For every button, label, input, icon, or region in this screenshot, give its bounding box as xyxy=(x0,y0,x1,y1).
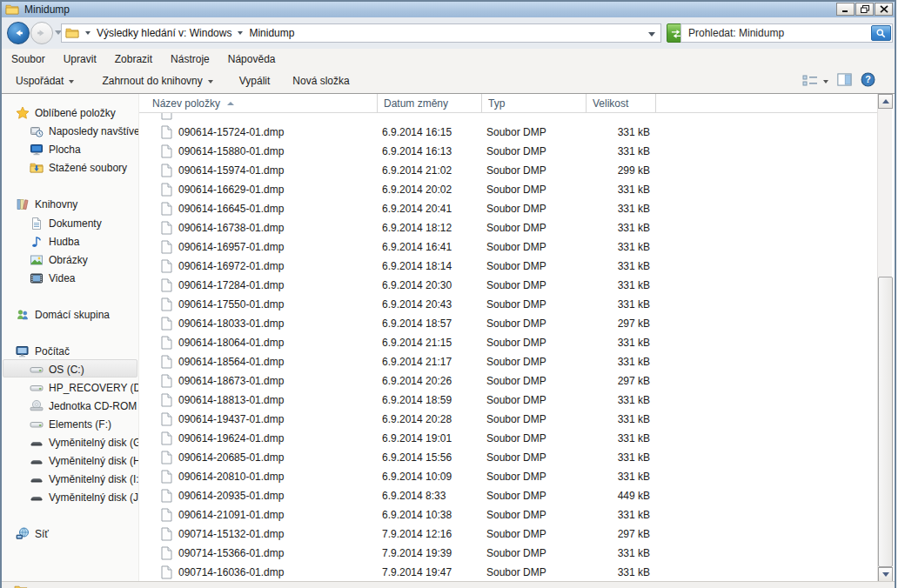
file-row[interactable]: 090614-18673-01.dmp 6.9.2014 20:26 Soubo… xyxy=(139,371,879,391)
back-button[interactable] xyxy=(7,22,30,44)
search-input[interactable]: Prohledat: Minidump xyxy=(688,27,871,39)
title-bar[interactable]: Minidump xyxy=(2,2,895,17)
search-button[interactable] xyxy=(871,25,891,41)
column-header-date[interactable]: Datum změny xyxy=(378,94,482,113)
explorer-window: Minidump Výsledky hledání v: Windows Mi xyxy=(0,0,896,588)
file-row[interactable]: 090614-20685-01.dmp 6.9.2014 15:56 Soubo… xyxy=(139,448,879,467)
toolbar-right-group: ? xyxy=(802,69,875,93)
sidebar-item-videos[interactable]: Videa xyxy=(30,270,139,287)
network-icon xyxy=(16,527,30,541)
file-row[interactable]: 090614-18813-01.dmp 6.9.2014 18:59 Soubo… xyxy=(139,391,879,410)
file-row[interactable]: 090614-16629-01.dmp 6.9.2014 20:02 Soubo… xyxy=(139,180,879,199)
scroll-up-button[interactable] xyxy=(878,94,893,109)
file-type: Soubor DMP xyxy=(486,164,546,177)
file-size: 331 kB xyxy=(587,184,650,196)
file-row[interactable]: 090614-18033-01.dmp 6.9.2014 18:57 Soubo… xyxy=(139,314,879,333)
address-history-dropdown[interactable] xyxy=(648,32,655,37)
file-name: 090614-17284-01.dmp xyxy=(178,279,284,291)
file-row[interactable]: 090614-17550-01.dmp 6.9.2014 20:43 Soubo… xyxy=(139,295,879,314)
file-row[interactable]: 090714-16036-01.dmp 7.9.2014 19:47 Soubo… xyxy=(139,563,879,582)
file-name: 090614-15974-01.dmp xyxy=(178,164,284,177)
file-icon xyxy=(161,125,172,139)
file-row[interactable]: 090614-16972-01.dmp 6.9.2014 18:14 Soubo… xyxy=(139,257,879,276)
file-date: 6.9.2014 20:30 xyxy=(382,279,452,291)
chevron-down-icon[interactable] xyxy=(85,31,90,35)
file-row[interactable]: 090614-17284-01.dmp 6.9.2014 20:30 Soubo… xyxy=(139,276,879,295)
sidebar-item-drive-c[interactable]: OS (C:) xyxy=(30,361,139,378)
menu-zobrazit[interactable]: Zobrazit xyxy=(106,50,161,68)
sidebar-item-network[interactable]: Síť xyxy=(16,525,139,543)
file-row[interactable]: 090614-20810-01.dmp 6.9.2014 10:09 Soubo… xyxy=(139,467,879,486)
file-type: Soubor DMP xyxy=(486,413,546,425)
search-box[interactable]: Prohledat: Minidump xyxy=(680,23,893,43)
sidebar-item-recent-places[interactable]: Naposledy navštívené xyxy=(30,123,139,140)
file-name: 090614-16645-01.dmp xyxy=(178,203,284,215)
sidebar-item-drive-d[interactable]: HP_RECOVERY (D:) xyxy=(30,379,139,397)
sidebar-item-libraries[interactable]: Knihovny xyxy=(16,196,139,213)
scroll-down-button[interactable] xyxy=(878,567,893,582)
new-folder-button[interactable]: Nová složka xyxy=(285,70,356,91)
restore-button[interactable] xyxy=(855,3,874,16)
sidebar-item-downloads[interactable]: Stažené soubory xyxy=(30,159,139,177)
file-row[interactable]: 090614-19437-01.dmp 6.9.2014 20:28 Soubo… xyxy=(139,410,879,429)
sidebar-item-favorites[interactable]: Oblíbené položky xyxy=(16,104,139,122)
menu-upravit[interactable]: Upravit xyxy=(55,50,105,68)
menu-soubor[interactable]: Soubor xyxy=(3,50,54,68)
sidebar-item-music[interactable]: Hudba xyxy=(30,233,139,251)
file-row[interactable]: 090614-19624-01.dmp 6.9.2014 19:01 Soubo… xyxy=(139,429,879,448)
sidebar-item-removable-j[interactable]: Vyměnitelný disk (J:) xyxy=(30,489,139,506)
file-row[interactable]: 090714-15132-01.dmp 7.9.2014 12:16 Soubo… xyxy=(139,525,879,544)
address-bar[interactable]: Výsledky hledání v: Windows Minidump xyxy=(61,23,661,43)
file-type: Soubor DMP xyxy=(486,509,546,521)
chevron-down-icon[interactable] xyxy=(238,31,243,35)
sidebar-item-drive-f[interactable]: Elements (F:) xyxy=(30,416,139,433)
burn-button[interactable]: Vypálit xyxy=(232,70,278,91)
file-row[interactable]: 090614-16645-01.dmp 6.9.2014 20:41 Soubo… xyxy=(139,199,879,218)
file-row[interactable]: 090714-15366-01.dmp 7.9.2014 19:39 Soubo… xyxy=(139,544,879,563)
sidebar-item-removable-h[interactable]: Vyměnitelný disk (H xyxy=(30,452,139,470)
file-row[interactable]: 090614-18064-01.dmp 6.9.2014 21:15 Soubo… xyxy=(139,333,879,352)
help-button[interactable]: ? xyxy=(861,72,875,90)
breadcrumb-location[interactable]: Minidump xyxy=(249,27,294,39)
sidebar-item-homegroup[interactable]: Domácí skupina xyxy=(16,306,139,324)
include-in-library-button[interactable]: Zahrnout do knihovny xyxy=(95,70,219,91)
file-row[interactable]: 090614-15724-01.dmp 6.9.2014 16:15 Soubo… xyxy=(139,123,879,142)
vertical-scrollbar[interactable] xyxy=(877,94,892,582)
sidebar-item-computer[interactable]: Počítač xyxy=(16,343,139,360)
views-button[interactable] xyxy=(802,75,828,87)
sidebar-item-label: Naposledy navštívené xyxy=(49,125,139,137)
sidebar-item-cdrom[interactable]: Jednotka CD-ROM (E xyxy=(30,398,139,415)
sidebar-item-desktop[interactable]: Plocha xyxy=(30,141,139,158)
file-row[interactable]: 090614-18564-01.dmp 6.9.2014 21:17 Soubo… xyxy=(139,352,879,371)
column-header-name[interactable]: Název položky xyxy=(139,94,378,113)
scrollbar-thumb[interactable] xyxy=(878,277,893,567)
file-name: 090614-21091-01.dmp xyxy=(178,509,284,521)
organize-button[interactable]: Uspořádat xyxy=(9,70,81,91)
file-date: 6.9.2014 15:56 xyxy=(382,451,452,464)
burn-label: Vypálit xyxy=(239,75,271,87)
file-row[interactable]: 090614-15974-01.dmp 6.9.2014 21:02 Soubo… xyxy=(139,161,879,180)
minimize-button[interactable] xyxy=(836,3,855,16)
file-row[interactable]: 090614-16957-01.dmp 6.9.2014 16:41 Soubo… xyxy=(139,237,879,257)
menu-napoveda[interactable]: Nápověda xyxy=(219,50,285,68)
preview-pane-button[interactable] xyxy=(837,73,852,89)
file-row-partial[interactable] xyxy=(139,113,879,123)
sidebar-item-documents[interactable]: Dokumenty xyxy=(30,215,139,232)
sidebar-item-removable-i[interactable]: Vyměnitelný disk (I:) xyxy=(30,471,139,488)
file-row[interactable]: 090614-21091-01.dmp 6.9.2014 10:38 Soubo… xyxy=(139,505,879,525)
close-button[interactable] xyxy=(875,3,893,16)
file-row[interactable]: 090614-20935-01.dmp 6.9.2014 8:33 Soubor… xyxy=(139,486,879,505)
file-type: Soubor DMP xyxy=(486,317,546,330)
file-date: 6.9.2014 18:14 xyxy=(382,260,452,272)
removable-drive-icon xyxy=(30,491,44,504)
column-header-size[interactable]: Velikost xyxy=(587,94,656,113)
sidebar-item-removable-g[interactable]: Vyměnitelný disk (G: xyxy=(30,434,139,451)
breadcrumb-scope[interactable]: Výsledky hledání v: Windows xyxy=(97,27,231,39)
column-header-type[interactable]: Typ xyxy=(482,94,587,113)
file-row[interactable]: 090614-15880-01.dmp 6.9.2014 16:13 Soubo… xyxy=(139,142,879,161)
file-row[interactable]: 090614-16738-01.dmp 6.9.2014 18:12 Soubo… xyxy=(139,218,879,237)
menu-nastroje[interactable]: Nástroje xyxy=(162,50,218,68)
sidebar-item-pictures[interactable]: Obrázky xyxy=(30,251,139,269)
file-size: 331 kB xyxy=(587,298,650,311)
forward-button[interactable] xyxy=(30,22,53,44)
